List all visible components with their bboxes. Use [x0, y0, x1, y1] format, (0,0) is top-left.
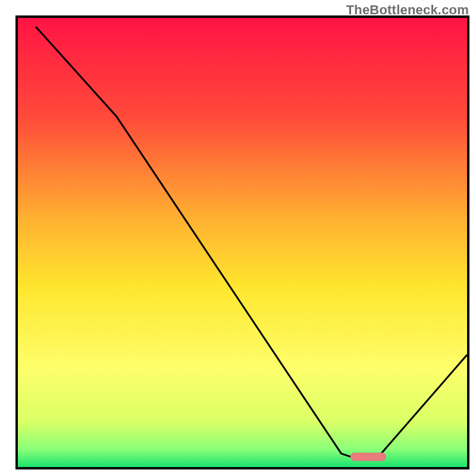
- bottleneck-chart: [0, 0, 476, 476]
- chart-stage: TheBottleneck.com: [0, 0, 476, 476]
- optimal-marker: [350, 453, 386, 461]
- chart-background: [18, 18, 467, 467]
